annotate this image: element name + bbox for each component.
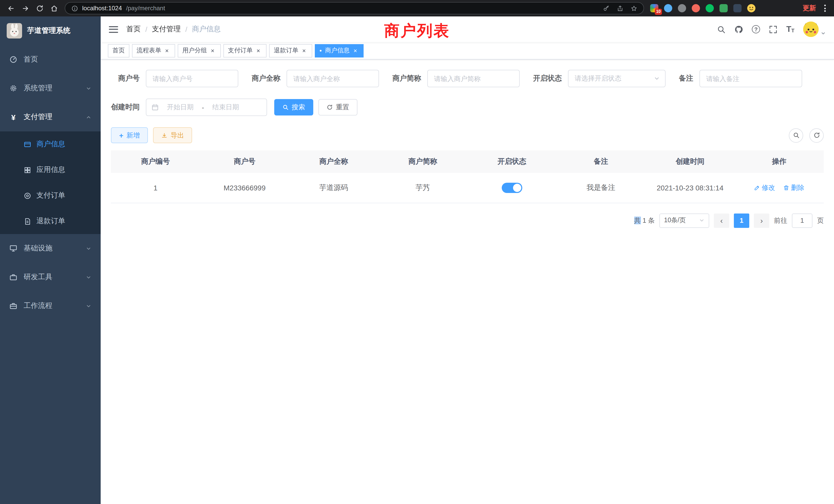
close-icon[interactable]: ×	[209, 47, 216, 54]
bookmark-star-icon[interactable]	[631, 5, 637, 12]
logo[interactable]: 芋道管理系统	[0, 17, 101, 45]
delete-button[interactable]: 删除	[783, 183, 804, 192]
tab-refund-order[interactable]: 退款订单 ×	[269, 44, 312, 57]
pagination-total-prefix: 共	[634, 216, 641, 224]
export-button[interactable]: 导出	[153, 127, 192, 143]
forward-icon[interactable]	[20, 3, 31, 14]
sidebar-item-payment[interactable]: ¥ 支付管理	[0, 102, 101, 131]
tab-user-group[interactable]: 用户分组 ×	[178, 44, 221, 57]
tab-pay-order[interactable]: 支付订单 ×	[223, 44, 266, 57]
dashboard-icon	[9, 55, 18, 64]
tab-label: 支付订单	[228, 46, 253, 55]
search-icon[interactable]	[717, 25, 726, 33]
password-key-icon[interactable]	[603, 5, 610, 12]
sidebar-toggle-icon[interactable]	[109, 26, 118, 32]
merchant-table: 商户编号 商户号 商户全称 商户简称 开启状态 备注 创建时间 操作 1	[111, 151, 824, 203]
url-host: localhost:1024	[82, 5, 122, 12]
refresh-icon	[327, 104, 333, 110]
extension-icon[interactable]	[664, 4, 672, 12]
extension-icon[interactable]	[720, 4, 728, 12]
select-placeholder: 请选择开启状态	[575, 74, 654, 83]
breadcrumb-home[interactable]: 首页	[126, 25, 141, 34]
page-1-button[interactable]: 1	[734, 213, 749, 228]
status-select[interactable]: 请选择开启状态	[568, 70, 665, 87]
breadcrumb-payment[interactable]: 支付管理	[152, 25, 181, 34]
cell-merchant-id: 1	[111, 173, 200, 203]
close-icon[interactable]: ×	[255, 47, 262, 54]
tab-home[interactable]: 首页	[108, 44, 129, 57]
reload-icon[interactable]	[34, 3, 45, 14]
sidebar-item-refund-order[interactable]: 退款订单	[0, 208, 101, 234]
yen-icon: ¥	[9, 113, 18, 121]
extension-icon[interactable]: 10	[650, 4, 658, 12]
share-icon[interactable]	[617, 5, 623, 12]
sidebar-item-home[interactable]: 首页	[0, 45, 101, 74]
extension-icon[interactable]	[706, 4, 714, 12]
th-status: 开启状态	[467, 151, 556, 173]
sidebar-item-app-info[interactable]: 应用信息	[0, 157, 101, 183]
sidebar-item-infrastructure[interactable]: 基础设施	[0, 234, 101, 263]
tab-process-form[interactable]: 流程表单 ×	[132, 44, 175, 57]
filter-row-2: 创建时间 开始日期 - 结束日期 搜索 重置	[111, 98, 824, 116]
help-icon[interactable]: ?	[752, 25, 760, 33]
next-page-button[interactable]: ›	[754, 213, 769, 228]
gear-icon	[9, 84, 18, 92]
search-icon	[282, 104, 289, 110]
extension-icon[interactable]	[692, 4, 700, 12]
th-merchant-id: 商户编号	[111, 151, 200, 173]
fullscreen-icon[interactable]	[769, 25, 777, 33]
goto-page-input[interactable]	[792, 213, 812, 228]
extension-icon[interactable]	[733, 4, 742, 12]
sidebar-item-merchant-info[interactable]: 商户信息	[0, 131, 101, 157]
sidebar-item-system[interactable]: 系统管理	[0, 74, 101, 102]
full-name-input[interactable]	[287, 70, 379, 87]
tab-merchant-info[interactable]: ● 商户信息 ×	[315, 44, 364, 57]
emoji-extension-icon[interactable]	[747, 4, 755, 12]
browser-menu-icon[interactable]	[821, 4, 829, 13]
sidebar-item-pay-order[interactable]: 支付订单	[0, 183, 101, 208]
close-icon[interactable]: ×	[301, 47, 308, 54]
payment-submenu: 商户信息 应用信息 支付订单 退款订单	[0, 131, 101, 234]
reset-button[interactable]: 重置	[319, 99, 357, 115]
short-name-label: 商户简称	[392, 74, 421, 83]
close-icon[interactable]: ×	[352, 47, 359, 54]
browser-update-button[interactable]: 更新	[797, 4, 821, 13]
extension-icon[interactable]	[678, 4, 686, 12]
page-size-select[interactable]: 10条/页	[659, 213, 709, 228]
toggle-search-button[interactable]	[789, 128, 803, 142]
reset-button-label: 重置	[336, 102, 349, 112]
font-size-icon[interactable]: TT	[786, 25, 794, 33]
briefcase-icon	[9, 302, 18, 310]
pagination: 共 1 条 10条/页 ‹ 1 › 前往 页	[111, 213, 824, 228]
browser-toolbar: localhost:1024/pay/merchant 10 更新	[0, 0, 834, 17]
app-title: 芋道管理系统	[27, 26, 70, 36]
sidebar-item-label: 应用信息	[37, 165, 65, 175]
sidebar-item-dev-tools[interactable]: 研发工具	[0, 263, 101, 292]
tab-label: 流程表单	[137, 46, 161, 55]
status-toggle[interactable]	[502, 183, 522, 193]
content: 商户号 商户全称 商户简称 开启状态 请选择开启状态	[101, 60, 834, 504]
home-icon[interactable]	[48, 3, 60, 14]
site-info-icon[interactable]	[71, 5, 78, 12]
sidebar-item-workflow[interactable]: 工作流程	[0, 292, 101, 320]
download-icon	[161, 132, 168, 138]
close-icon[interactable]: ×	[163, 47, 171, 54]
address-bar[interactable]: localhost:1024/pay/merchant	[65, 2, 644, 14]
date-range-picker[interactable]: 开始日期 - 结束日期	[146, 98, 267, 116]
date-separator: -	[202, 104, 204, 111]
remark-input[interactable]	[699, 70, 802, 87]
status-label: 开启状态	[533, 74, 562, 83]
cell-create-time: 2021-10-23 08:31:14	[645, 173, 734, 203]
github-icon[interactable]	[734, 25, 743, 33]
add-button[interactable]: + 新增	[111, 127, 148, 143]
edit-button[interactable]: 修改	[754, 183, 775, 192]
user-menu[interactable]	[803, 22, 826, 37]
short-name-input[interactable]	[427, 70, 520, 87]
refresh-table-button[interactable]	[809, 128, 824, 142]
filter-row-1: 商户号 商户全称 商户简称 开启状态 请选择开启状态	[111, 70, 824, 87]
prev-page-button[interactable]: ‹	[714, 213, 729, 228]
add-button-label: 新增	[126, 131, 140, 140]
back-icon[interactable]	[5, 3, 17, 14]
merchant-no-input[interactable]	[146, 70, 238, 87]
search-button[interactable]: 搜索	[274, 99, 313, 115]
